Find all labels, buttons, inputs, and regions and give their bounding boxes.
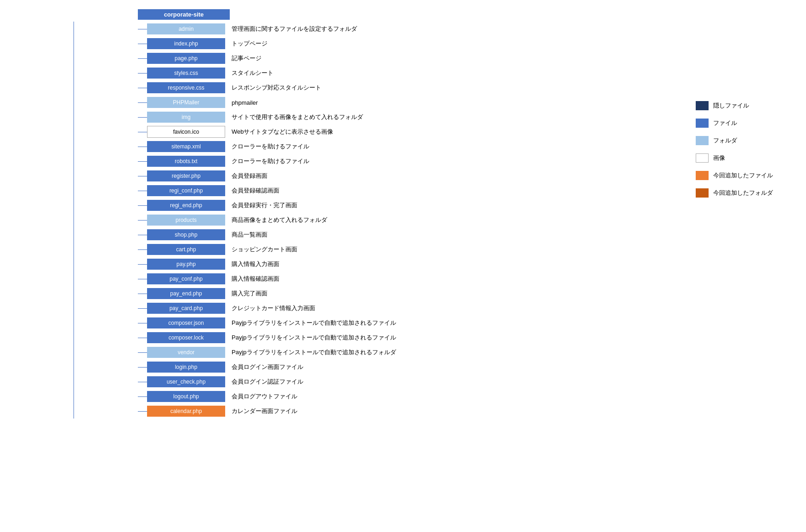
item-label: img [147,112,225,123]
legend-box-hidden [696,101,709,110]
item-desc: 会員ログイン認証ファイル [229,378,303,386]
h-connector [138,88,147,88]
item-desc: トップページ [229,40,267,48]
item-label: regi_end.php [147,200,225,211]
item-label: page.php [147,53,225,64]
legend-text-new-file: 今回追加したファイル [713,171,773,180]
legend-box-file [696,119,709,128]
legend-item-new-file: 今回追加したファイル [696,171,797,180]
tree-item: page.php記事ページ [138,51,396,66]
item-label: cart.php [147,244,225,255]
item-label: pay_conf.php [147,273,225,284]
h-connector [138,367,147,368]
item-desc: 購入情報入力画面 [229,260,279,268]
item-desc: スタイルシート [229,69,273,77]
tree-item: favicon.icoWebサイトタブなどに表示させる画像 [138,125,396,139]
root-node: corporate-site [9,9,677,20]
tree-item: products商品画像をまとめて入れるフォルダ [138,213,396,227]
h-connector [138,235,147,235]
item-desc: クローラーを助けるファイル [229,142,309,151]
tree-item: pay_end.php購入完了画面 [138,286,396,301]
item-label: pay.php [147,259,225,270]
legend-box-image [696,153,709,163]
h-connector [138,220,147,221]
h-connector [138,396,147,397]
item-label: login.php [147,362,225,373]
legend-item-image: 画像 [696,153,797,163]
root-label: corporate-site [138,9,230,20]
item-desc: 会員登録確認画面 [229,187,279,195]
h-connector [138,294,147,294]
tree-item: styles.cssスタイルシート [138,66,396,80]
legend-text-folder: フォルダ [713,136,737,145]
tree-item: responsive.cssレスポンシブ対応スタイルシート [138,80,396,95]
h-connector [138,147,147,147]
h-connector [138,73,147,74]
tree-item: pay.php購入情報入力画面 [138,257,396,272]
v-line-container [9,22,138,419]
h-connector [138,308,147,309]
tree-item: cart.phpショッピングカート画面 [138,242,396,257]
tree-item: sitemap.xmlクローラーを助けるファイル [138,139,396,154]
item-label: register.php [147,170,225,181]
item-desc: 会員登録画面 [229,172,267,180]
item-label: user_check.php [147,376,225,387]
tree-item: index.phpトップページ [138,36,396,51]
item-label: calendar.php [147,406,225,417]
legend-item-file: ファイル [696,119,797,128]
h-connector [138,352,147,353]
h-connector [138,176,147,176]
h-connector [138,117,147,118]
tree-item: logout.php会員ログアウトファイル [138,389,396,404]
tree-item: pay_conf.php購入情報確認画面 [138,272,396,286]
legend-item-hidden: 隠しファイル [696,101,797,110]
h-connector [138,382,147,382]
legend-text-image: 画像 [713,154,725,162]
tree-item: register.php会員登録画面 [138,169,396,183]
item-desc: 管理画面に関するファイルを設定するフォルダ [229,25,357,33]
tree-item: PHPMailerphpmailer [138,95,396,110]
h-connector [138,58,147,59]
item-label: admin [147,23,225,34]
legend-container: 隠しファイルファイルフォルダ画像今回追加したファイル今回追加したフォルダ [696,101,797,198]
h-connector [138,132,147,132]
item-label: composer.lock [147,332,225,343]
legend-text-hidden: 隠しファイル [713,102,749,110]
item-desc: クローラーを助けるファイル [229,157,309,165]
legend-box-new-folder [696,188,709,198]
h-connector [138,29,147,29]
item-desc: カレンダー画面ファイル [229,407,297,415]
h-connector [138,338,147,338]
h-connector [138,205,147,206]
item-label: shop.php [147,229,225,240]
tree-item: regi_conf.php会員登録確認画面 [138,183,396,198]
h-connector [138,323,147,323]
item-desc: Payjpライブラリをインストールで自動で追加されるファイル [229,334,396,342]
tree-root: corporate-site admin管理画面に関するファイルを設定するフォル… [9,9,677,419]
tree-item: calendar.phpカレンダー画面ファイル [138,404,396,419]
item-desc: phpmailer [229,99,258,106]
item-desc: Webサイトタブなどに表示させる画像 [229,128,334,136]
tree-item: shop.php商品一覧画面 [138,227,396,242]
item-label: styles.css [147,68,225,79]
tree-item: regi_end.php会員登録実行・完了画面 [138,198,396,213]
h-connector [138,102,147,103]
tree-item: login.php会員ログイン画面ファイル [138,360,396,374]
tree-item: imgサイトで使用する画像をまとめて入れるフォルダ [138,110,396,125]
legend-box-folder [696,136,709,145]
item-label: products [147,215,225,226]
item-label: pay_end.php [147,288,225,299]
item-label: responsive.css [147,82,225,93]
item-label: index.php [147,38,225,49]
legend-item-folder: フォルダ [696,136,797,145]
item-label: composer.json [147,317,225,328]
h-connector [138,191,147,191]
item-desc: 会員ログアウトファイル [229,392,297,401]
item-label: sitemap.xml [147,141,225,152]
items-column: admin管理画面に関するファイルを設定するフォルダindex.phpトップペー… [138,22,396,419]
item-label: regi_conf.php [147,185,225,196]
tree-section: corporate-site admin管理画面に関するファイルを設定するフォル… [9,9,677,419]
legend-text-file: ファイル [713,119,737,127]
item-desc: ショッピングカート画面 [229,245,297,254]
item-desc: 商品一覧画面 [229,231,267,239]
